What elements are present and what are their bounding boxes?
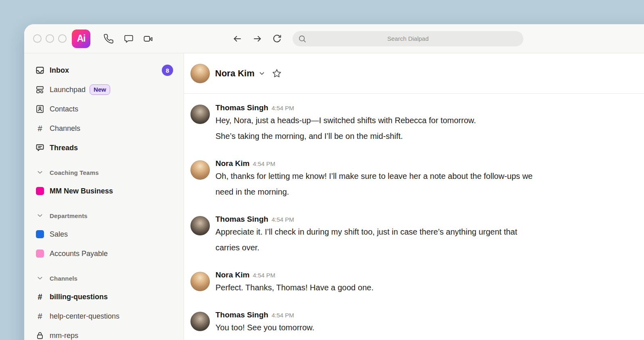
message-timestamp: 4:54 PM bbox=[253, 272, 275, 279]
chevron-down-icon bbox=[35, 169, 45, 176]
forward-button[interactable] bbox=[253, 34, 262, 44]
video-button[interactable] bbox=[143, 34, 153, 44]
refresh-icon bbox=[272, 34, 282, 44]
lock-icon bbox=[35, 331, 45, 340]
search-input[interactable] bbox=[293, 31, 523, 46]
message-timestamp: 4:54 PM bbox=[253, 160, 275, 167]
message-text: Hey, Nora, just a heads-up—I switched sh… bbox=[215, 113, 476, 144]
color-swatch bbox=[35, 230, 45, 238]
phone-button[interactable] bbox=[103, 34, 114, 44]
message-list: Thomas Singh 4:54 PM Hey, Nora, just a h… bbox=[184, 94, 644, 340]
chevron-down-icon bbox=[35, 212, 45, 219]
video-camera-icon bbox=[143, 34, 153, 44]
window-control-close[interactable] bbox=[33, 34, 42, 43]
conversation-title[interactable]: Nora Kim bbox=[215, 68, 255, 79]
sidebar-item-channels[interactable]: # Channels bbox=[24, 119, 184, 138]
section-title: Channels bbox=[50, 275, 77, 282]
sidebar-section: Channels # billing-questions # help-cent… bbox=[24, 269, 184, 340]
sidebar-sections: Coaching Teams MM New Business Departmen… bbox=[24, 164, 184, 340]
app-window: Ai Inbox 8 Launchpad bbox=[24, 24, 644, 340]
sidebar-item-help-center-questions[interactable]: # help-center-questions bbox=[24, 306, 184, 326]
section-header[interactable]: Channels bbox=[24, 269, 184, 287]
message-author[interactable]: Nora Kim bbox=[215, 271, 249, 279]
chat-message: Nora Kim 4:54 PM Perfect. Thanks, Thomas… bbox=[190, 271, 644, 296]
window-controls bbox=[33, 34, 67, 43]
message-author[interactable]: Nora Kim bbox=[215, 159, 249, 168]
message-timestamp: 4:54 PM bbox=[272, 216, 294, 223]
message-author[interactable]: Thomas Singh bbox=[215, 311, 268, 319]
chevron-down-icon bbox=[35, 275, 45, 281]
phone-icon bbox=[103, 34, 114, 44]
refresh-button[interactable] bbox=[272, 34, 282, 44]
sidebar-item-threads[interactable]: Threads bbox=[24, 138, 184, 157]
avatar bbox=[190, 216, 210, 235]
new-badge: New bbox=[90, 84, 110, 95]
sidebar-section: Coaching Teams MM New Business bbox=[24, 164, 184, 201]
color-swatch bbox=[35, 187, 45, 195]
search-bar bbox=[293, 31, 523, 46]
sidebar-item-accounts-payable[interactable]: Accounts Payable bbox=[24, 244, 184, 263]
sidebar-item-mm-reps[interactable]: mm-reps bbox=[24, 326, 184, 340]
arrow-left-icon bbox=[232, 34, 242, 44]
unread-count-badge: 8 bbox=[162, 65, 173, 76]
message-text: Perfect. Thanks, Thomas! Have a good one… bbox=[215, 280, 374, 296]
chevron-down-icon[interactable] bbox=[258, 70, 266, 77]
message-text: Appreciate it. I’ll check in during my s… bbox=[215, 224, 517, 256]
message-author[interactable]: Thomas Singh bbox=[215, 103, 268, 112]
hash-icon: # bbox=[35, 312, 45, 320]
chat-panel: Nora Kim Thomas Singh 4:54 PM Hey, Nora,… bbox=[184, 53, 644, 340]
avatar bbox=[190, 160, 210, 180]
launchpad-icon bbox=[35, 85, 45, 94]
sidebar-nav: Inbox 8 Launchpad New Contacts # Channel… bbox=[24, 61, 184, 157]
sidebar: Inbox 8 Launchpad New Contacts # Channel… bbox=[24, 53, 184, 340]
dialpad-logo[interactable]: Ai bbox=[72, 29, 90, 48]
avatar bbox=[190, 272, 210, 291]
sidebar-item-inbox[interactable]: Inbox 8 bbox=[24, 61, 184, 80]
sidebar-item-sales[interactable]: Sales bbox=[24, 225, 184, 244]
sidebar-item-contacts[interactable]: Contacts bbox=[24, 99, 184, 119]
chat-message: Nora Kim 4:54 PM Oh, thanks for letting … bbox=[190, 159, 644, 200]
chat-bubble-icon bbox=[123, 34, 134, 44]
conversation-header: Nora Kim bbox=[184, 53, 644, 94]
sidebar-item-billing-questions[interactable]: # billing-questions bbox=[24, 287, 184, 306]
back-button[interactable] bbox=[232, 34, 242, 44]
window-control-minimize[interactable] bbox=[46, 34, 54, 43]
logo-text: Ai bbox=[77, 33, 86, 44]
messages-button[interactable] bbox=[123, 34, 134, 44]
chat-message: Thomas Singh 4:54 PM Hey, Nora, just a h… bbox=[190, 103, 644, 144]
hash-icon: # bbox=[35, 124, 45, 132]
hash-icon: # bbox=[35, 293, 45, 301]
message-author[interactable]: Thomas Singh bbox=[215, 215, 268, 224]
chat-message: Thomas Singh 4:54 PM Appreciate it. I’ll… bbox=[190, 215, 644, 256]
sidebar-item-mm-new-business[interactable]: MM New Business bbox=[24, 181, 184, 201]
section-header[interactable]: Departments bbox=[24, 207, 184, 225]
star-icon[interactable] bbox=[272, 68, 282, 79]
message-timestamp: 4:54 PM bbox=[272, 312, 294, 319]
avatar bbox=[190, 312, 210, 331]
color-swatch bbox=[35, 250, 45, 258]
topbar: Ai bbox=[24, 24, 644, 53]
avatar bbox=[190, 64, 210, 83]
window-control-maximize[interactable] bbox=[58, 34, 67, 43]
inbox-icon bbox=[35, 65, 45, 75]
message-text: You too! See you tomorrow. bbox=[215, 320, 314, 336]
message-timestamp: 4:54 PM bbox=[272, 105, 294, 111]
sidebar-item-launchpad[interactable]: Launchpad New bbox=[24, 80, 184, 99]
section-header[interactable]: Coaching Teams bbox=[24, 164, 184, 181]
chat-message: Thomas Singh 4:54 PM You too! See you to… bbox=[190, 311, 644, 336]
arrow-right-icon bbox=[253, 34, 262, 44]
threads-icon bbox=[35, 143, 45, 153]
section-title: Departments bbox=[50, 212, 88, 219]
avatar bbox=[190, 105, 210, 124]
section-title: Coaching Teams bbox=[50, 169, 99, 176]
message-text: Oh, thanks for letting me know! I’ll mak… bbox=[215, 168, 533, 200]
contacts-icon bbox=[35, 104, 45, 114]
sidebar-section: Departments Sales Accounts Payable bbox=[24, 207, 184, 263]
